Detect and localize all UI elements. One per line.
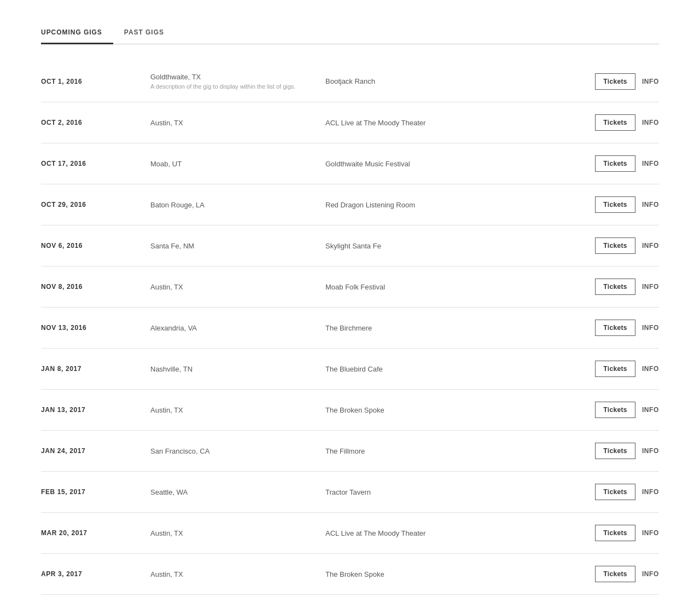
info-link[interactable]: INFO — [642, 160, 659, 167]
gig-venue: Skylight Santa Fe — [325, 242, 588, 250]
gig-city: Austin, TX — [150, 283, 325, 291]
gig-row: NOV 6, 2016 Santa Fe, NM Skylight Santa … — [41, 225, 659, 266]
gig-actions: Tickets INFO — [588, 361, 659, 377]
gigs-list: OCT 1, 2016 Goldthwaite, TX A descriptio… — [41, 61, 659, 603]
gig-row: FEB 15, 2017 Seattle, WA Tractor Tavern … — [41, 472, 659, 513]
tickets-button[interactable]: Tickets — [595, 361, 635, 377]
gig-row: OCT 29, 2016 Baton Rouge, LA Red Dragon … — [41, 184, 659, 225]
gig-date: FEB 15, 2017 — [41, 488, 150, 496]
gig-venue: The Birchmere — [325, 324, 588, 332]
gig-city: Nashville, TN — [150, 365, 325, 373]
gig-venue: The Bluebird Cafe — [325, 365, 588, 373]
gig-date: JAN 24, 2017 — [41, 447, 150, 455]
tabs-container: UPCOMING GIGS PAST GIGS — [41, 22, 659, 44]
gig-venue: Bootjack Ranch — [325, 77, 588, 85]
gig-location: Alexandria, VA — [150, 324, 325, 332]
gig-location: San Francisco, CA — [150, 447, 325, 455]
gig-row: NOV 13, 2016 Alexandria, VA The Birchmer… — [41, 308, 659, 349]
tickets-button[interactable]: Tickets — [595, 484, 635, 500]
gig-row: OCT 2, 2016 Austin, TX ACL Live at The M… — [41, 102, 659, 143]
gig-venue: The Fillmore — [325, 447, 588, 455]
gig-location: Seattle, WA — [150, 488, 325, 496]
info-link[interactable]: INFO — [642, 488, 659, 496]
gig-row: APR 9, 2017 Austin, TX ACL Live at The M… — [41, 595, 659, 603]
gig-date: OCT 2, 2016 — [41, 119, 150, 126]
gig-location: Nashville, TN — [150, 365, 325, 373]
info-link[interactable]: INFO — [642, 78, 659, 85]
gig-actions: Tickets INFO — [588, 73, 659, 90]
gig-description: A description of the gig to display with… — [150, 83, 325, 90]
gig-actions: Tickets INFO — [588, 196, 659, 213]
tab-upcoming-gigs[interactable]: UPCOMING GIGS — [41, 22, 113, 44]
gig-city: Goldthwaite, TX — [150, 73, 325, 81]
gig-date: OCT 29, 2016 — [41, 201, 150, 208]
info-link[interactable]: INFO — [642, 283, 659, 291]
gig-city: Moab, UT — [150, 160, 325, 168]
gig-location: Santa Fe, NM — [150, 242, 325, 250]
info-link[interactable]: INFO — [642, 406, 659, 414]
gig-venue: Goldthwaite Music Festival — [325, 160, 588, 168]
gig-city: Austin, TX — [150, 406, 325, 414]
gig-actions: Tickets INFO — [588, 279, 659, 295]
gig-location: Goldthwaite, TX A description of the gig… — [150, 73, 325, 90]
gig-city: Austin, TX — [150, 529, 325, 537]
gig-location: Austin, TX — [150, 529, 325, 537]
gig-venue: Tractor Tavern — [325, 488, 588, 496]
gig-row: JAN 13, 2017 Austin, TX The Broken Spoke… — [41, 390, 659, 431]
gig-location: Baton Rouge, LA — [150, 201, 325, 209]
gig-date: JAN 13, 2017 — [41, 406, 150, 414]
gig-row: OCT 1, 2016 Goldthwaite, TX A descriptio… — [41, 61, 659, 102]
gig-city: San Francisco, CA — [150, 447, 325, 455]
gig-actions: Tickets INFO — [588, 237, 659, 254]
info-link[interactable]: INFO — [642, 119, 659, 126]
info-link[interactable]: INFO — [642, 570, 659, 578]
info-link[interactable]: INFO — [642, 447, 659, 455]
gig-actions: Tickets INFO — [588, 402, 659, 418]
tickets-button[interactable]: Tickets — [595, 525, 635, 541]
tickets-button[interactable]: Tickets — [595, 155, 635, 172]
gig-venue: The Broken Spoke — [325, 570, 588, 578]
gig-date: NOV 13, 2016 — [41, 324, 150, 332]
gig-row: JAN 8, 2017 Nashville, TN The Bluebird C… — [41, 349, 659, 390]
tickets-button[interactable]: Tickets — [595, 196, 635, 213]
tab-past-gigs[interactable]: PAST GIGS — [124, 22, 175, 44]
info-link[interactable]: INFO — [642, 324, 659, 332]
gig-date: OCT 1, 2016 — [41, 78, 150, 85]
info-link[interactable]: INFO — [642, 201, 659, 208]
info-link[interactable]: INFO — [642, 242, 659, 250]
gig-city: Santa Fe, NM — [150, 242, 325, 250]
gig-location: Austin, TX — [150, 283, 325, 291]
gig-city: Baton Rouge, LA — [150, 201, 325, 209]
tickets-button[interactable]: Tickets — [595, 320, 635, 336]
gig-actions: Tickets INFO — [588, 114, 659, 131]
gig-row: APR 3, 2017 Austin, TX The Broken Spoke … — [41, 554, 659, 595]
gig-location: Austin, TX — [150, 119, 325, 127]
info-link[interactable]: INFO — [642, 529, 659, 537]
tickets-button[interactable]: Tickets — [595, 73, 635, 90]
gig-city: Seattle, WA — [150, 488, 325, 496]
gig-date: JAN 8, 2017 — [41, 365, 150, 373]
gig-row: NOV 8, 2016 Austin, TX Moab Folk Festiva… — [41, 266, 659, 308]
tickets-button[interactable]: Tickets — [595, 566, 635, 582]
gig-date: APR 3, 2017 — [41, 570, 150, 578]
tickets-button[interactable]: Tickets — [595, 279, 635, 295]
tickets-button[interactable]: Tickets — [595, 402, 635, 418]
gig-venue: Red Dragon Listening Room — [325, 201, 588, 209]
page-container: UPCOMING GIGS PAST GIGS OCT 1, 2016 Gold… — [0, 0, 700, 603]
gig-city: Austin, TX — [150, 119, 325, 127]
gig-date: NOV 8, 2016 — [41, 283, 150, 291]
gig-actions: Tickets INFO — [588, 525, 659, 541]
tickets-button[interactable]: Tickets — [595, 114, 635, 131]
gig-location: Austin, TX — [150, 570, 325, 578]
gig-row: MAR 20, 2017 Austin, TX ACL Live at The … — [41, 513, 659, 554]
gig-row: JAN 24, 2017 San Francisco, CA The Fillm… — [41, 431, 659, 472]
gig-date: MAR 20, 2017 — [41, 529, 150, 537]
gig-date: OCT 17, 2016 — [41, 160, 150, 167]
gig-venue: Moab Folk Festival — [325, 283, 588, 291]
tickets-button[interactable]: Tickets — [595, 443, 635, 459]
gig-location: Moab, UT — [150, 160, 325, 168]
gig-actions: Tickets INFO — [588, 566, 659, 582]
info-link[interactable]: INFO — [642, 365, 659, 373]
tickets-button[interactable]: Tickets — [595, 237, 635, 254]
gig-venue: ACL Live at The Moody Theater — [325, 119, 588, 127]
